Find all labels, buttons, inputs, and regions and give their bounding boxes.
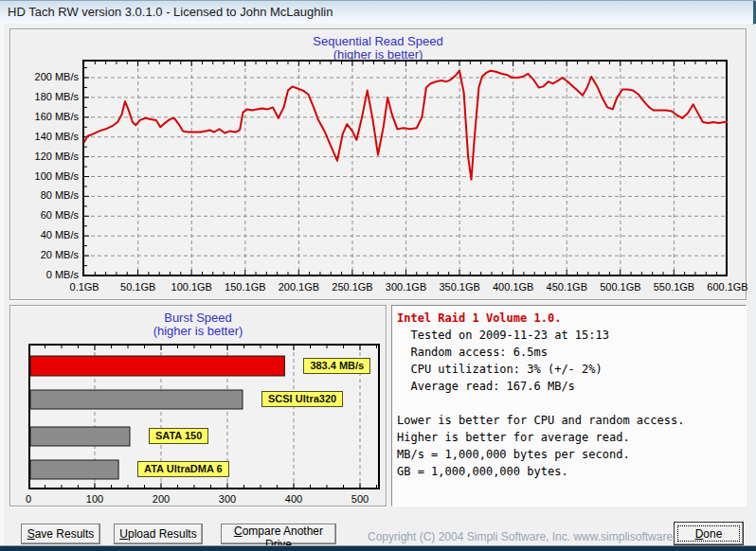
done-button[interactable]: Done xyxy=(674,522,744,545)
burst-speed-panel: Burst Speed (higher is better) 383.4 MB/… xyxy=(9,305,387,507)
burst-chart-title: Burst Speed xyxy=(10,311,386,325)
y-axis-label: 40 MB/s xyxy=(12,229,79,240)
window-border-bottom xyxy=(0,546,756,551)
burst-bar xyxy=(30,356,284,376)
compare-another-drive-button[interactable]: Compare Another Drive xyxy=(221,524,336,544)
y-axis-label: 200 MB/s xyxy=(12,71,79,82)
burst-x-axis-label: 400 xyxy=(275,493,313,505)
copyright-text: Copyright (C) 2004 Simpli Software, Inc.… xyxy=(368,530,697,543)
burst-x-axis-label: 0 xyxy=(9,493,47,505)
sequential-chart-title: Sequential Read Speed xyxy=(10,34,746,48)
y-axis-label: 120 MB/s xyxy=(12,151,79,162)
done-button-label: Done xyxy=(695,527,723,541)
drive-detail-line: Tested on 2009-11-23 at 15:13 xyxy=(397,327,746,344)
y-axis-label: 100 MB/s xyxy=(12,170,79,182)
drive-info-content: Intel Raid 1 Volume 1.0. Tested on 2009-… xyxy=(392,306,746,480)
burst-x-axis-label: 100 xyxy=(76,493,114,505)
save-results-button[interactable]: Save Results xyxy=(21,524,100,544)
burst-x-axis-label: 200 xyxy=(142,493,180,505)
burst-x-axis-label: 300 xyxy=(208,493,246,505)
window-border-left xyxy=(0,24,4,545)
info-note-line: Lower is better for CPU and random acces… xyxy=(397,412,746,429)
hdtach-window: { "window": { "title": "HD Tach RW versi… xyxy=(0,0,756,551)
blank-line xyxy=(397,395,746,412)
y-axis-label: 160 MB/s xyxy=(12,111,79,122)
y-axis-label: 0 MB/s xyxy=(12,269,79,280)
bar-label: 383.4 MB/s xyxy=(303,358,370,374)
burst-bar xyxy=(30,460,118,479)
y-axis-label: 20 MB/s xyxy=(12,249,79,260)
burst-chart-subtitle: (higher is better) xyxy=(10,324,386,338)
window-titlebar[interactable]: HD Tach RW version 3.0.1.0 - Licensed to… xyxy=(0,0,756,24)
drive-info-panel: Intel Raid 1 Volume 1.0. Tested on 2009-… xyxy=(391,305,747,507)
burst-x-axis-label: 500 xyxy=(341,493,379,505)
y-axis-label: 80 MB/s xyxy=(12,189,79,201)
drive-detail-line: Average read: 167.6 MB/s xyxy=(397,378,746,395)
y-axis-label: 60 MB/s xyxy=(12,209,79,221)
bar-label: SATA 150 xyxy=(149,428,208,444)
window-title: HD Tach RW version 3.0.1.0 - Licensed to… xyxy=(0,1,756,24)
drive-detail-line: Random access: 6.5ms xyxy=(397,344,746,361)
x-axis-label: 600.1GB xyxy=(694,281,756,293)
y-axis-label: 140 MB/s xyxy=(12,131,79,142)
bar-label: ATA UltraDMA 6 xyxy=(137,461,229,477)
info-note-line: Higher is better for average read. xyxy=(397,429,746,446)
upload-results-button[interactable]: Upload Results xyxy=(114,524,203,544)
info-note-line: GB = 1,000,000,000 bytes. xyxy=(397,463,746,480)
sequential-read-plot xyxy=(82,60,728,276)
bar-label: SCSI Ultra320 xyxy=(261,391,343,407)
sequential-read-chart xyxy=(82,60,728,276)
info-note-line: MB/s = 1,000,000 bytes per second. xyxy=(397,446,746,463)
y-axis-label: 180 MB/s xyxy=(12,91,79,102)
drive-name: Intel Raid 1 Volume 1.0. xyxy=(397,310,746,327)
burst-bar xyxy=(30,427,130,446)
sequential-read-panel: Sequential Read Speed (higher is better)… xyxy=(9,28,747,300)
drive-detail-line: CPU utilization: 3% (+/- 2%) xyxy=(397,361,746,378)
burst-bar xyxy=(30,390,243,409)
